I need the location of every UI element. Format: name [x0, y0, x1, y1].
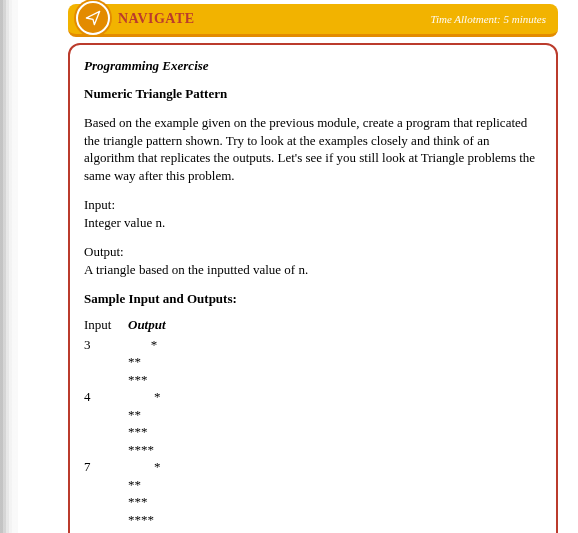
time-allotment: Time Allotment: 5 minutes [430, 13, 546, 25]
exercise-title: Numeric Triangle Pattern [84, 85, 542, 103]
table-row: 4 * ** *** **** [84, 388, 174, 458]
section-label: Programming Exercise [84, 57, 542, 75]
table-row: 7 * ** *** **** ***** [84, 458, 174, 533]
exercise-panel: Programming Exercise Numeric Triangle Pa… [68, 43, 558, 533]
sample-io-heading: Sample Input and Outputs: [84, 290, 542, 308]
col-output: Output [128, 316, 174, 336]
lesson-container: NAVIGATE Time Allotment: 5 minutes Progr… [68, 4, 558, 533]
navigate-header: NAVIGATE Time Allotment: 5 minutes [68, 4, 558, 37]
sample-input-cell: 7 [84, 458, 128, 533]
sample-input-cell: 3 [84, 336, 128, 389]
sample-output-cell: * ** *** [128, 336, 174, 389]
input-block: Input: Integer value n. [84, 196, 542, 231]
table-row: 3 * ** *** [84, 336, 174, 389]
output-block: Output: A triangle based on the inputted… [84, 243, 542, 278]
output-text: A triangle based on the inputted value o… [84, 262, 308, 277]
page-binding-shadow [0, 0, 18, 533]
output-label: Output: [84, 243, 542, 261]
navigate-icon-badge [74, 0, 112, 37]
exercise-description: Based on the example given on the previo… [84, 114, 542, 184]
col-input: Input [84, 316, 128, 336]
paper-plane-icon [76, 1, 110, 35]
sample-output-cell: * ** *** **** ***** [128, 458, 174, 533]
input-text: Integer value n. [84, 215, 165, 230]
input-label: Input: [84, 196, 542, 214]
sample-output-cell: * ** *** **** [128, 388, 174, 458]
sample-io-table: Input Output 3 * ** ***4 * ** *** ****7 … [84, 316, 174, 533]
navigate-title: NAVIGATE [118, 11, 430, 27]
table-header-row: Input Output [84, 316, 174, 336]
sample-input-cell: 4 [84, 388, 128, 458]
